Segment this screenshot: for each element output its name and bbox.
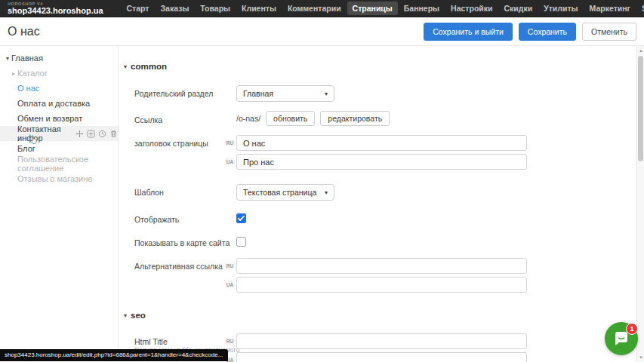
tree-item-label: Каталог — [17, 69, 48, 78]
alt-link-label: Альтернативная ссылка — [134, 262, 223, 271]
header-actions: Сохранить и выйти Сохранить Отменить — [424, 23, 636, 41]
nav-item-comments[interactable]: Комментарии — [282, 2, 347, 15]
tree-item-about-us[interactable]: О нас — [0, 81, 118, 96]
nav-item-start[interactable]: Старт — [122, 2, 155, 15]
tree-item-label: Главная — [11, 54, 43, 63]
link-update-button[interactable]: обновить — [266, 111, 315, 126]
top-nav-items: Старт Заказы Товары Клиенты Комментарии … — [122, 2, 644, 15]
pages-tree-sidebar: ▾ Главная ▸ Каталог О нас Оплата и доста… — [0, 46, 119, 362]
sitemap-checkbox[interactable] — [236, 237, 246, 247]
nav-item-banners[interactable]: Баннеры — [399, 2, 445, 15]
nav-item-marketing[interactable]: Маркетинг — [584, 2, 636, 15]
nav-item-utilities[interactable]: Утилиты — [538, 2, 583, 15]
chevron-right-icon[interactable]: ▸ — [10, 70, 17, 77]
parent-section-label: Родительский раздел — [134, 89, 213, 98]
alt-link-ua-input[interactable] — [236, 277, 527, 293]
display-label: Отображать — [134, 215, 179, 224]
tree-item-label: Отзывы о магазине — [17, 174, 92, 183]
save-and-exit-button[interactable]: Сохранить и выйти — [424, 23, 513, 41]
sitemap-label: Показывать в карте сайта — [134, 238, 230, 247]
logo-domain-label: shop34423.horoshop.ua — [8, 6, 103, 15]
tree-row-actions — [75, 130, 118, 138]
clock-icon[interactable] — [98, 130, 106, 138]
tree-item-label: Пользовательское соглашение — [17, 155, 118, 173]
delete-icon[interactable] — [109, 130, 118, 138]
chevron-down-icon[interactable]: ▾ — [4, 55, 11, 62]
link-label: Ссылка — [134, 115, 162, 124]
nav-item-seo[interactable]: Seo — [636, 2, 644, 15]
chevron-down-icon: ▾ — [124, 63, 127, 70]
nav-item-orders[interactable]: Заказы — [156, 2, 195, 15]
vertical-scrollbar: ▲ ▼ — [636, 46, 644, 362]
horoshop-admin-app: HOROSHOP V4 shop34423.horoshop.ua Старт … — [0, 0, 644, 362]
logo[interactable]: HOROSHOP V4 shop34423.horoshop.ua — [0, 0, 111, 17]
html-title-label: Html Title — [134, 337, 168, 346]
top-navbar: HOROSHOP V4 shop34423.horoshop.ua Старт … — [0, 0, 644, 17]
check-icon — [236, 213, 246, 223]
tree-item-payment-delivery[interactable]: Оплата и доставка — [0, 96, 118, 111]
tree-item-exchange-return[interactable]: Обмен и возврат — [0, 111, 118, 126]
nav-item-products[interactable]: Товары — [195, 2, 236, 15]
template-value: Текстовая страница — [243, 188, 316, 197]
html-title-ru-input[interactable] — [236, 333, 527, 349]
scroll-down-arrow-icon[interactable]: ▼ — [637, 354, 644, 361]
tree-item-label: Контактная инфор — [17, 124, 71, 143]
lang-tag-ru: RU — [225, 262, 235, 269]
tree-item-main[interactable]: ▾ Главная — [0, 51, 118, 66]
chevron-down-icon: ▾ — [325, 189, 328, 196]
section-common-header[interactable]: ▾ common — [124, 62, 167, 71]
nav-item-pages[interactable]: Страницы — [347, 2, 398, 15]
save-button[interactable]: Сохранить — [519, 23, 576, 41]
template-select[interactable]: Текстовая страница ▾ — [236, 184, 334, 201]
nav-item-settings[interactable]: Настройки — [445, 2, 498, 15]
tree-item-user-agreement[interactable]: Пользовательское соглашение — [0, 156, 118, 171]
page-heading-label: заголовок страницы — [134, 139, 208, 148]
lang-tag-ua: UA — [225, 158, 235, 165]
template-label: Шаблон — [134, 188, 164, 197]
chevron-down-icon: ▾ — [325, 90, 328, 97]
parent-section-value: Главная — [243, 89, 273, 98]
scrollbar-thumb[interactable] — [638, 56, 643, 161]
link-row: /o-nas/ обновить редактировать — [236, 111, 390, 126]
scroll-up-arrow-icon[interactable]: ▲ — [637, 47, 644, 54]
link-value: /o-nas/ — [236, 114, 260, 123]
tree-item-label: Обмен и возврат — [17, 114, 82, 123]
chat-unread-badge: 1 — [626, 323, 638, 335]
add-page-icon[interactable] — [87, 130, 95, 138]
cancel-button[interactable]: Отменить — [582, 23, 636, 41]
section-common-label: common — [131, 62, 167, 71]
parent-section-select[interactable]: Главная ▾ — [236, 85, 334, 102]
section-seo-label: seo — [131, 311, 146, 320]
page-heading-ua-input[interactable] — [236, 154, 527, 170]
link-edit-button[interactable]: редактировать — [320, 111, 390, 126]
move-icon[interactable] — [75, 130, 84, 138]
nav-item-discounts[interactable]: Скидки — [499, 2, 538, 15]
page-header: О нас Сохранить и выйти Сохранить Отмени… — [0, 18, 644, 46]
nav-item-clients[interactable]: Клиенты — [236, 2, 282, 15]
page-edit-form: ▾ common Родительский раздел Главная ▾ С… — [119, 46, 636, 362]
tree-item-blog[interactable]: Блог — [0, 141, 118, 156]
alt-link-ru-input[interactable] — [236, 258, 527, 274]
tree-item-store-reviews[interactable]: Отзывы о магазине — [0, 171, 118, 186]
tree-item-contact-info[interactable]: Контактная инфор — [0, 126, 118, 141]
display-checkbox[interactable] — [236, 213, 246, 223]
lang-tag-ua: UA — [225, 281, 235, 288]
page-heading-ru-input[interactable] — [236, 135, 527, 151]
lang-tag-ru: RU — [225, 140, 235, 146]
lang-tag-ru: RU — [225, 338, 235, 345]
section-seo-header[interactable]: ▾ seo — [124, 311, 146, 320]
tree-item-catalog[interactable]: ▸ Каталог — [0, 66, 118, 81]
html-title-ua-input[interactable] — [236, 352, 527, 362]
tree-item-label: Блог — [17, 144, 35, 153]
status-url-tooltip: shop34423.horoshop.ua/edit/edit.php?id=6… — [0, 349, 228, 361]
chevron-down-icon: ▾ — [124, 312, 127, 319]
tree-item-label: О нас — [17, 84, 39, 93]
page-title: О нас — [8, 25, 40, 38]
tree-item-label: Оплата и доставка — [17, 99, 90, 108]
